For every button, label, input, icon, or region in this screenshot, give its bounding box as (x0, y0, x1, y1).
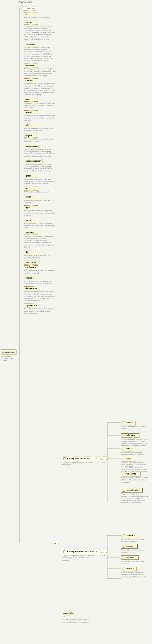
attr-pubconstraint[interactable]: pubconstraint (24, 144, 40, 148)
concept-relationships-group[interactable]: ▫ ConceptRelationshipsGroup + (62, 550, 100, 554)
attr-relevance[interactable]: relevance (24, 276, 38, 280)
folder-icon: ▫ (64, 458, 66, 460)
attr-creatoruri[interactable]: creatoruri (24, 42, 38, 46)
attr-desc: Indicates by which means the value was e… (24, 102, 56, 108)
attr-any---other[interactable]: any ##other (24, 260, 38, 264)
attr-desc: The type of the concept assigned as cont… (24, 222, 56, 229)
element-desc: A link to an item or a web resource whic… (121, 477, 148, 483)
element-narrower[interactable]: ▫narrower + (121, 555, 139, 560)
attr-xml-lang[interactable]: xml:lang (24, 231, 38, 235)
element-sameas[interactable]: ▫sameAs + (121, 534, 138, 538)
plus-icon[interactable]: + (138, 489, 141, 491)
attr-howuri[interactable]: howuri (24, 110, 38, 114)
attr-typeuri[interactable]: typeuri (24, 218, 38, 222)
root-element-desc: An excluded audience for the content. (1, 355, 16, 362)
attr-desc: If set to true the corresponding propert… (24, 83, 56, 96)
element-desc: A natural language name for the concept. (121, 426, 148, 430)
relationships-group-desc: A group of properties required to indica… (62, 555, 95, 561)
element-icon: ▫ (123, 534, 125, 537)
folder-icon: ▫ (64, 550, 66, 553)
attr-literal[interactable]: literal (24, 195, 38, 199)
attr-desc: The type of the concept assigned as cont… (24, 210, 56, 216)
plus-icon[interactable]: + (95, 458, 98, 460)
element-related[interactable]: ▫related + (121, 567, 137, 571)
plus-icon[interactable]: + (132, 568, 135, 570)
attr-derivedfrom[interactable]: derivedfrom (24, 286, 38, 290)
concept-definition-group[interactable]: ▫ ConceptDefinitionGroup + (62, 456, 100, 461)
root-element-exclaudience: exclAudience (1, 350, 16, 355)
audience-type-frame (0, 0, 134, 640)
plus-icon[interactable]: + (131, 448, 133, 450)
attr-desc: One or many constraints that apply to pu… (24, 163, 56, 172)
element-note[interactable]: ▫note + (121, 447, 135, 451)
attr-desc: A concept identifier expressed as a free… (24, 199, 56, 204)
plus-icon[interactable]: + (131, 422, 133, 424)
attr-desc: One or many constraints that apply to pu… (24, 148, 56, 157)
attr-significance[interactable]: significance (24, 304, 38, 308)
attr-desc: If the property value is not defined, sp… (24, 25, 56, 40)
attr-why[interactable]: why (24, 123, 38, 127)
element-desc: An identifier of a concept with equivale… (121, 538, 148, 543)
attr-custom[interactable]: custom (24, 78, 38, 82)
attr-desc: Why the metadata has been included - exp… (24, 138, 56, 142)
attr-whyuri[interactable]: whyuri (24, 134, 38, 138)
element-desc: A related concept, where the relationshi… (121, 572, 148, 578)
diagram-canvas: AudienceType exclAudience An excluded au… (0, 0, 152, 644)
cardinality-def: 0..∞ (102, 462, 105, 464)
element-facet[interactable]: ▫facet + (121, 457, 135, 461)
attr-desc: The directionality of textual content (e… (24, 254, 56, 259)
element-hierarchyinfo[interactable]: ▫hierarchyInfo + (121, 488, 143, 492)
attr-modified[interactable]: modified (24, 64, 38, 68)
attr-creator[interactable]: creator (24, 20, 38, 24)
sequence-connector-rel: ••• (102, 550, 107, 554)
extension-desc: Extension point for provider-defined pro… (62, 619, 92, 623)
attr-type[interactable]: type (24, 206, 38, 209)
plus-icon[interactable]: + (95, 550, 98, 553)
attr-desc: The local identifier of the property. (24, 17, 56, 19)
plus-icon[interactable]: + (135, 434, 137, 436)
attr-dir[interactable]: dir (24, 250, 38, 254)
attributes-box[interactable] (22, 6, 36, 10)
element-icon: ▫ (123, 458, 125, 460)
element-icon: ▫ (123, 545, 125, 548)
element-desc: An identifier of a more specific concept… (121, 560, 148, 564)
element-definition[interactable]: ▫definition + (121, 433, 139, 438)
element-broader[interactable]: ▫broader + (121, 544, 138, 548)
attr-desc: A URI which identifies a concept. (24, 191, 56, 193)
element-name[interactable]: ▫name + (121, 421, 135, 425)
plus-icon[interactable]: + (134, 556, 137, 558)
frame-title: AudienceType (18, 1, 32, 3)
element-icon: ▫ (123, 556, 125, 559)
attr-desc: A concept identifier expressed as a stri… (24, 178, 56, 185)
element-remoteinfo[interactable]: ▫remoteInfo + (121, 472, 141, 476)
attr-id[interactable]: id (24, 12, 38, 16)
attr-uri[interactable]: uri (24, 186, 38, 190)
plus-icon[interactable]: + (133, 545, 135, 547)
attr-desc: If the property value is not defined, sp… (24, 46, 56, 62)
attr-desc: Indicates by which means the value was e… (24, 115, 56, 121)
extension-cardinality: 0..∞ (62, 616, 65, 618)
element-desc: Additional natural language information … (121, 452, 148, 456)
element-icon: ▫ (123, 568, 125, 570)
attr-desc: A qualifier which indicates the expected… (24, 308, 56, 314)
attr-desc: Why the metadata has been included - exp… (24, 128, 56, 132)
attr-qcode[interactable]: qcode (24, 174, 38, 178)
attr-confidence[interactable]: confidence (24, 266, 38, 269)
attribute-list-container: id The local identifier of the property.… (24, 12, 56, 316)
attr-pubconstrainturi[interactable]: pubconstrainturi (24, 159, 43, 163)
plus-icon[interactable]: + (131, 458, 133, 460)
definition-group-desc: A group of properties required to define… (62, 462, 94, 466)
element-desc: A natural language definition of the sem… (121, 438, 148, 447)
element-icon: ▫ (123, 448, 125, 450)
attr-desc: The confidence with which the metadata h… (24, 270, 56, 274)
sequence-connector-def: ••• (102, 456, 107, 460)
element-icon: ▫ (123, 434, 125, 437)
attr-desc: Specifies the language of this property … (24, 235, 56, 248)
plus-icon[interactable]: + (134, 534, 136, 537)
extension-any-element[interactable]: any ##other (62, 611, 76, 615)
element-icon: ▫ (123, 489, 125, 492)
attr-desc: The relevance of the metadata to the new… (24, 280, 56, 285)
attr-how[interactable]: how (24, 98, 38, 102)
element-icon: ▫ (123, 473, 125, 476)
plus-icon[interactable]: + (136, 473, 138, 475)
